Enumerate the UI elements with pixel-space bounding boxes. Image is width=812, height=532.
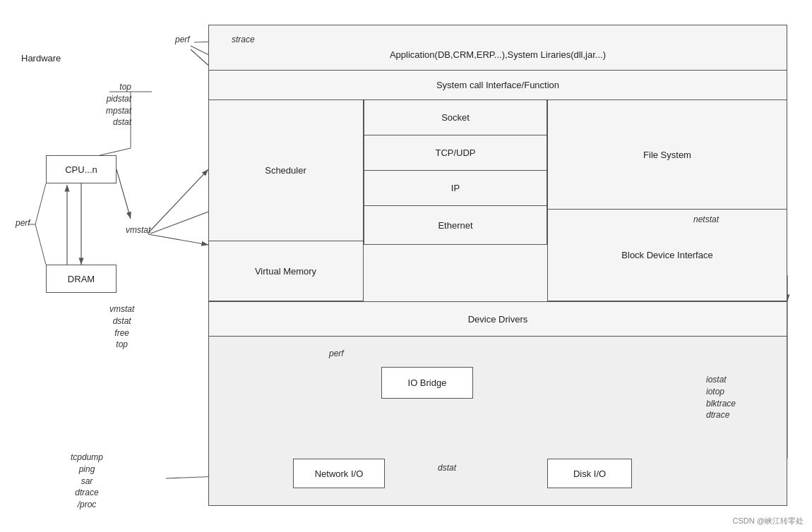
svg-line-13 xyxy=(148,169,208,233)
footer: CSDN @峡江转零处 xyxy=(733,516,804,526)
scheduler-box: Scheduler xyxy=(208,100,364,241)
svg-line-11 xyxy=(35,224,46,265)
filesystem-cell: File System xyxy=(547,100,787,210)
vmstat-dram-label: vmstat dstat free top xyxy=(109,303,134,351)
svg-line-14 xyxy=(148,234,208,245)
perf-cpu-label: perf xyxy=(16,217,30,229)
tcp-cell: TCP/UDP xyxy=(364,135,547,171)
device-drivers-label: Device Drivers xyxy=(468,314,528,325)
application-row: Application(DB,CRM,ERP...),System Lirari… xyxy=(208,39,787,71)
ip-cell: IP xyxy=(364,171,547,206)
ethernet-label: Ethernet xyxy=(438,220,472,231)
io-bridge-label: IO Bridge xyxy=(408,377,447,388)
application-label: Application(DB,CRM,ERP...),System Lirari… xyxy=(390,49,606,60)
socket-cell: Socket xyxy=(364,100,547,135)
tcpdump-group-label: tcpdump ping sar dtrace /proc xyxy=(71,452,103,511)
ip-label: IP xyxy=(451,183,460,193)
disk-io-box: Disk I/O xyxy=(547,459,632,488)
perf-io-label: perf xyxy=(329,348,344,360)
dram-box: DRAM xyxy=(46,265,117,293)
top-group-label: top pidstat mpstat dstat xyxy=(106,81,131,128)
hardware-label: Hardware xyxy=(21,53,61,64)
ethernet-cell: Ethernet xyxy=(364,206,547,245)
network-io-box: Network I/O xyxy=(293,459,385,488)
svg-line-10 xyxy=(35,183,46,224)
cpu-box: CPU...n xyxy=(46,155,117,183)
disk-io-label: Disk I/O xyxy=(573,468,606,479)
tcp-label: TCP/UDP xyxy=(435,147,475,158)
syscall-label: System call Interface/Function xyxy=(436,80,559,90)
virtmem-box: Virtual Memory xyxy=(208,241,364,301)
virtmem-label: Virtual Memory xyxy=(255,266,316,277)
device-drivers-row: Device Drivers xyxy=(208,301,787,337)
dram-label: DRAM xyxy=(68,274,95,284)
vmstat-label: vmstat xyxy=(126,224,150,236)
blockdevice-cell: Block Device Interface xyxy=(547,210,787,301)
io-bridge-box: IO Bridge xyxy=(381,367,473,399)
blockdevice-label: Block Device Interface xyxy=(621,250,712,260)
iostat-group-label: iostat iotop blktrace dtrace xyxy=(706,374,736,421)
scheduler-label: Scheduler xyxy=(265,165,306,176)
perf-top-label: perf xyxy=(175,34,190,46)
network-io-label: Network I/O xyxy=(315,468,364,479)
diagram-container: Operating System Application(DB,CRM,ERP.… xyxy=(0,0,812,532)
cpu-label: CPU...n xyxy=(65,164,97,175)
svg-line-20 xyxy=(117,169,131,219)
syscall-row: System call Interface/Function xyxy=(208,71,787,100)
dstat-label: dstat xyxy=(438,462,456,474)
netstat-label: netstat xyxy=(693,214,719,226)
socket-label: Socket xyxy=(441,112,470,123)
strace-label: strace xyxy=(232,34,255,46)
filesystem-label: File System xyxy=(643,150,691,160)
